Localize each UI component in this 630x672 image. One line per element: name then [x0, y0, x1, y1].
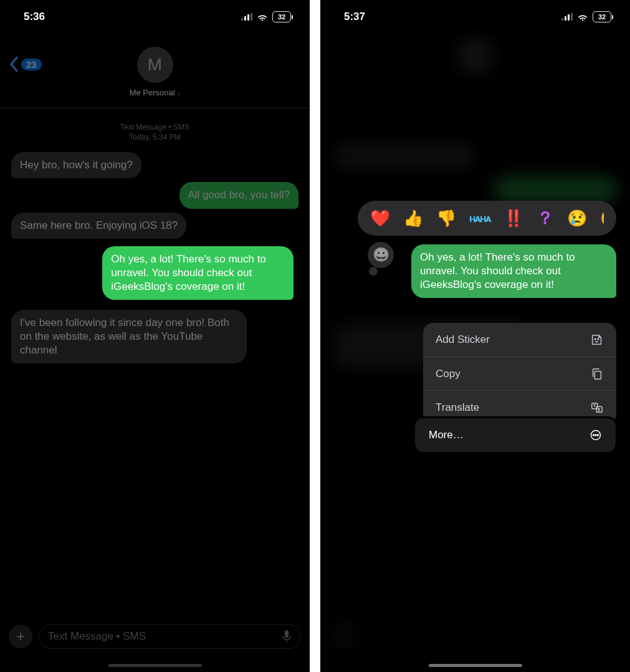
contact-name-row[interactable]: Me Personal › — [130, 88, 181, 98]
status-bar: 5:37 32 — [320, 0, 630, 34]
reaction-more[interactable]: 😊 — [600, 209, 604, 228]
svg-point-2 — [594, 338, 596, 340]
action-label: Copy — [436, 368, 461, 380]
wifi-icon — [257, 11, 268, 22]
reaction-exclaim[interactable]: ‼️ — [504, 209, 523, 228]
cellular-icon — [241, 13, 252, 21]
svg-point-10 — [597, 434, 598, 436]
compose-bar: + Text Message • SMS — [0, 618, 310, 655]
svg-point-8 — [593, 434, 594, 436]
action-more[interactable]: More… — [414, 418, 616, 453]
chevron-right-icon: › — [178, 88, 181, 98]
action-add-sticker[interactable]: Add Sticker — [423, 323, 616, 357]
action-label: Add Sticker — [436, 334, 490, 346]
thread-meta-type: Text Message • SMS — [11, 122, 298, 132]
svg-rect-4 — [594, 371, 601, 379]
svg-point-9 — [595, 434, 596, 436]
home-indicator[interactable] — [429, 664, 522, 667]
reaction-heart[interactable]: ❤️ — [370, 209, 390, 228]
unread-badge: 23 — [21, 59, 42, 70]
focused-message: Oh yes, a lot! There's so much to unrave… — [411, 244, 616, 298]
battery-icon: 32 — [272, 11, 291, 22]
message-bubble[interactable]: Oh yes, a lot! There's so much to unrave… — [411, 244, 616, 298]
emoji-icon: 😀 — [373, 247, 389, 263]
selected-message-highlight: Oh yes, a lot! There's so much to unrave… — [97, 242, 298, 304]
svg-point-3 — [598, 338, 599, 340]
cellular-icon — [561, 13, 573, 21]
copy-icon — [590, 367, 604, 381]
reaction-thumbs-up[interactable]: 👍 — [403, 209, 423, 228]
message-bubble[interactable]: Hey bro, how's it going? — [11, 152, 141, 178]
attach-button[interactable]: + — [9, 625, 32, 648]
message-action-sheet: Add Sticker Copy Translate — [423, 323, 616, 424]
contact-name: Me Personal — [130, 88, 175, 97]
chevron-left-icon — [9, 56, 20, 72]
tapback-reaction-bar: ❤️ 👍 👎 ʜᴀʜᴀ ‼️ ？ 😢 😊 — [358, 201, 616, 236]
message-bubble[interactable]: Same here bro. Enjoying iOS 18? — [11, 213, 186, 239]
action-copy[interactable]: Copy — [423, 357, 616, 390]
translate-icon — [590, 401, 604, 415]
wifi-icon — [577, 11, 588, 22]
action-label: More… — [429, 429, 464, 441]
ellipsis-circle-icon — [589, 429, 602, 441]
thread-meta-time: Today, 5:34 PM — [11, 132, 298, 142]
sticker-icon — [590, 333, 604, 347]
reaction-thumbs-down[interactable]: 👎 — [436, 209, 456, 228]
message-bubble[interactable]: Oh yes, a lot! There's so much to unrave… — [102, 246, 294, 300]
reaction-sad[interactable]: 😢 — [567, 209, 587, 228]
home-indicator[interactable] — [108, 664, 202, 667]
message-list: Text Message • SMS Today, 5:34 PM Hey br… — [0, 108, 310, 618]
status-time: 5:36 — [24, 11, 45, 23]
message-bubble[interactable]: All good bro, you tell? — [179, 182, 299, 208]
screenshot-right: 5:37 32 ❤️ 👍 👎 ʜᴀʜᴀ ‼️ ？ 😢 😊 😀 Oh y — [320, 0, 630, 672]
svg-rect-0 — [285, 630, 289, 638]
compose-input[interactable]: Text Message • SMS — [39, 624, 301, 649]
screenshot-left: 5:36 32 23 M Me Personal › Text Mess — [0, 0, 310, 672]
message-bubble[interactable]: I've been following it since day one bro… — [11, 310, 247, 363]
tapback-emoji-picker[interactable]: 😀 — [368, 242, 403, 277]
thread-meta: Text Message • SMS Today, 5:34 PM — [11, 122, 298, 142]
conversation-header: 23 M Me Personal › — [0, 34, 310, 108]
battery-icon: 32 — [593, 11, 611, 22]
compose-placeholder: Text Message • SMS — [48, 630, 146, 643]
microphone-icon[interactable] — [282, 630, 292, 643]
status-time: 5:37 — [344, 11, 365, 23]
status-bar: 5:36 32 — [0, 0, 310, 34]
reaction-question[interactable]: ？ — [537, 206, 554, 230]
action-label: Translate — [436, 401, 479, 414]
reaction-haha[interactable]: ʜᴀʜᴀ — [469, 213, 490, 224]
contact-avatar[interactable]: M — [137, 47, 173, 83]
back-button[interactable]: 23 — [9, 56, 42, 72]
